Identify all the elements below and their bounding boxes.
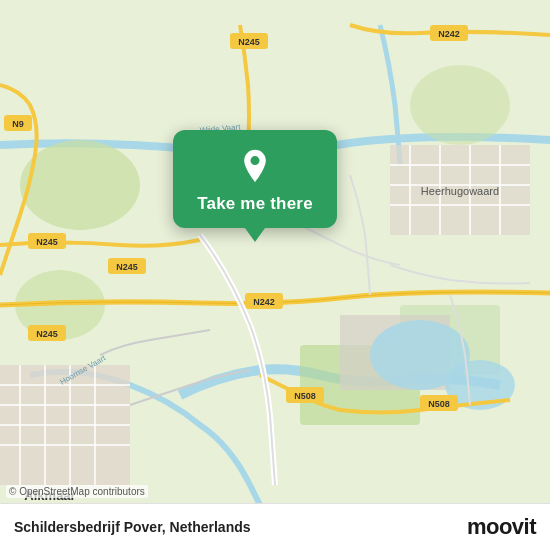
svg-text:Heerhugowaard: Heerhugowaard	[421, 185, 499, 197]
map-popup[interactable]: Take me there	[155, 130, 355, 228]
svg-text:N245: N245	[36, 237, 58, 247]
svg-point-1	[20, 140, 140, 230]
location-name: Schildersbedrijf Pover, Netherlands	[14, 519, 251, 535]
svg-text:N245: N245	[36, 329, 58, 339]
svg-point-4	[410, 65, 510, 145]
svg-text:N242: N242	[253, 297, 275, 307]
popup-bubble[interactable]: Take me there	[173, 130, 337, 228]
map-container: N242 N245 N245 N245 N508 N508 N9 N242	[0, 0, 550, 550]
moovit-brand-text: moovit	[467, 514, 536, 540]
svg-text:N508: N508	[428, 399, 450, 409]
svg-point-48	[251, 156, 260, 165]
svg-text:N245: N245	[238, 37, 260, 47]
svg-text:N245: N245	[116, 262, 138, 272]
popup-label: Take me there	[197, 194, 313, 214]
map-attribution: © OpenStreetMap contributors	[6, 485, 148, 498]
bottom-info: Schildersbedrijf Pover, Netherlands	[14, 519, 251, 535]
svg-text:N242: N242	[438, 29, 460, 39]
moovit-logo: moovit	[467, 514, 536, 540]
map-background: N242 N245 N245 N245 N508 N508 N9 N242	[0, 0, 550, 550]
svg-text:N508: N508	[294, 391, 316, 401]
location-pin-icon	[237, 148, 273, 184]
bottom-bar: Schildersbedrijf Pover, Netherlands moov…	[0, 503, 550, 550]
svg-text:N9: N9	[12, 119, 24, 129]
